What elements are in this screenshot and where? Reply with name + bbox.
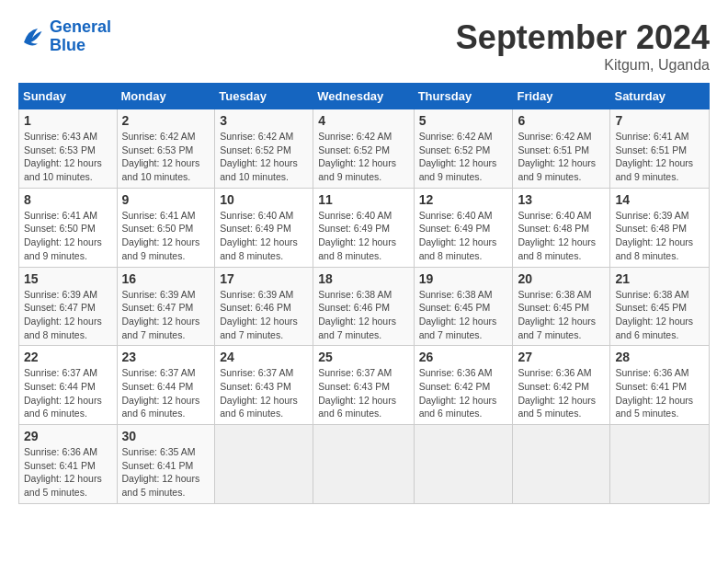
day-number: 9 bbox=[122, 192, 210, 207]
calendar-cell: 30 Sunrise: 6:35 AM Sunset: 6:41 PM Dayl… bbox=[117, 425, 215, 504]
day-number: 12 bbox=[419, 192, 508, 207]
day-info: Sunrise: 6:37 AM Sunset: 6:44 PM Dayligh… bbox=[24, 366, 112, 420]
calendar-cell: 19 Sunrise: 6:38 AM Sunset: 6:45 PM Dayl… bbox=[414, 267, 513, 346]
day-info: Sunrise: 6:38 AM Sunset: 6:45 PM Dayligh… bbox=[419, 288, 508, 342]
day-number: 8 bbox=[24, 192, 112, 207]
title-area: September 2024 Kitgum, Uganda bbox=[456, 18, 710, 74]
month-title: September 2024 bbox=[456, 18, 710, 57]
day-number: 1 bbox=[24, 113, 112, 128]
day-number: 22 bbox=[24, 350, 112, 364]
calendar-cell: 26 Sunrise: 6:36 AM Sunset: 6:42 PM Dayl… bbox=[414, 346, 513, 425]
day-info: Sunrise: 6:40 AM Sunset: 6:49 PM Dayligh… bbox=[318, 209, 408, 263]
location: Kitgum, Uganda bbox=[456, 57, 710, 74]
day-info: Sunrise: 6:37 AM Sunset: 6:43 PM Dayligh… bbox=[220, 366, 308, 420]
day-number: 15 bbox=[24, 271, 112, 286]
calendar-cell: 17 Sunrise: 6:39 AM Sunset: 6:46 PM Dayl… bbox=[215, 267, 313, 346]
calendar-day-header: Friday bbox=[513, 84, 610, 109]
calendar-cell: 2 Sunrise: 6:42 AM Sunset: 6:53 PM Dayli… bbox=[117, 109, 215, 189]
calendar-cell bbox=[610, 425, 710, 504]
day-info: Sunrise: 6:39 AM Sunset: 6:47 PM Dayligh… bbox=[122, 288, 210, 342]
calendar-cell: 7 Sunrise: 6:41 AM Sunset: 6:51 PM Dayli… bbox=[610, 109, 710, 189]
calendar-day-header: Saturday bbox=[610, 84, 710, 109]
day-number: 11 bbox=[318, 192, 408, 207]
calendar-cell bbox=[215, 425, 313, 504]
calendar-cell: 5 Sunrise: 6:42 AM Sunset: 6:52 PM Dayli… bbox=[414, 109, 513, 189]
day-number: 20 bbox=[518, 271, 605, 286]
calendar-cell: 20 Sunrise: 6:38 AM Sunset: 6:45 PM Dayl… bbox=[513, 267, 610, 346]
calendar-cell: 24 Sunrise: 6:37 AM Sunset: 6:43 PM Dayl… bbox=[215, 346, 313, 425]
calendar-cell bbox=[313, 425, 414, 504]
day-info: Sunrise: 6:39 AM Sunset: 6:48 PM Dayligh… bbox=[615, 209, 704, 263]
calendar-day-header: Thursday bbox=[414, 84, 513, 109]
day-number: 17 bbox=[220, 271, 308, 286]
calendar-cell: 15 Sunrise: 6:39 AM Sunset: 6:47 PM Dayl… bbox=[19, 267, 118, 346]
day-number: 13 bbox=[518, 192, 605, 207]
calendar-week-row: 15 Sunrise: 6:39 AM Sunset: 6:47 PM Dayl… bbox=[19, 267, 710, 346]
calendar-cell: 16 Sunrise: 6:39 AM Sunset: 6:47 PM Dayl… bbox=[117, 267, 215, 346]
day-number: 6 bbox=[518, 113, 605, 128]
calendar-header-row: SundayMondayTuesdayWednesdayThursdayFrid… bbox=[19, 84, 710, 109]
calendar-cell: 13 Sunrise: 6:40 AM Sunset: 6:48 PM Dayl… bbox=[513, 188, 610, 267]
day-info: Sunrise: 6:37 AM Sunset: 6:44 PM Dayligh… bbox=[122, 366, 210, 420]
calendar-day-header: Tuesday bbox=[215, 84, 313, 109]
calendar-table: SundayMondayTuesdayWednesdayThursdayFrid… bbox=[18, 83, 710, 504]
day-info: Sunrise: 6:41 AM Sunset: 6:51 PM Dayligh… bbox=[615, 130, 704, 184]
logo-text: General Blue bbox=[50, 18, 111, 55]
day-number: 29 bbox=[24, 429, 112, 443]
day-number: 2 bbox=[122, 113, 210, 128]
calendar-cell: 10 Sunrise: 6:40 AM Sunset: 6:49 PM Dayl… bbox=[215, 188, 313, 267]
calendar-cell: 29 Sunrise: 6:36 AM Sunset: 6:41 PM Dayl… bbox=[19, 425, 118, 504]
calendar-cell bbox=[513, 425, 610, 504]
calendar-cell: 11 Sunrise: 6:40 AM Sunset: 6:49 PM Dayl… bbox=[313, 188, 414, 267]
day-number: 30 bbox=[122, 429, 210, 443]
day-info: Sunrise: 6:42 AM Sunset: 6:52 PM Dayligh… bbox=[318, 130, 408, 184]
calendar-week-row: 22 Sunrise: 6:37 AM Sunset: 6:44 PM Dayl… bbox=[19, 346, 710, 425]
calendar-day-header: Sunday bbox=[19, 84, 118, 109]
day-number: 14 bbox=[615, 192, 704, 207]
page-header: General Blue September 2024 Kitgum, Ugan… bbox=[18, 18, 710, 74]
calendar-cell: 12 Sunrise: 6:40 AM Sunset: 6:49 PM Dayl… bbox=[414, 188, 513, 267]
calendar-cell: 8 Sunrise: 6:41 AM Sunset: 6:50 PM Dayli… bbox=[19, 188, 118, 267]
day-info: Sunrise: 6:37 AM Sunset: 6:43 PM Dayligh… bbox=[318, 366, 408, 420]
calendar-cell: 14 Sunrise: 6:39 AM Sunset: 6:48 PM Dayl… bbox=[610, 188, 710, 267]
day-number: 25 bbox=[318, 350, 408, 364]
day-info: Sunrise: 6:36 AM Sunset: 6:42 PM Dayligh… bbox=[419, 366, 508, 420]
calendar-cell: 28 Sunrise: 6:36 AM Sunset: 6:41 PM Dayl… bbox=[610, 346, 710, 425]
calendar-cell: 6 Sunrise: 6:42 AM Sunset: 6:51 PM Dayli… bbox=[513, 109, 610, 189]
day-number: 7 bbox=[615, 113, 704, 128]
day-info: Sunrise: 6:38 AM Sunset: 6:45 PM Dayligh… bbox=[615, 288, 704, 342]
day-info: Sunrise: 6:39 AM Sunset: 6:47 PM Dayligh… bbox=[24, 288, 112, 342]
day-info: Sunrise: 6:40 AM Sunset: 6:48 PM Dayligh… bbox=[518, 209, 605, 263]
day-info: Sunrise: 6:42 AM Sunset: 6:51 PM Dayligh… bbox=[518, 130, 605, 184]
day-number: 21 bbox=[615, 271, 704, 286]
calendar-cell: 21 Sunrise: 6:38 AM Sunset: 6:45 PM Dayl… bbox=[610, 267, 710, 346]
day-info: Sunrise: 6:42 AM Sunset: 6:52 PM Dayligh… bbox=[220, 130, 308, 184]
day-number: 19 bbox=[419, 271, 508, 286]
day-number: 24 bbox=[220, 350, 308, 364]
day-info: Sunrise: 6:40 AM Sunset: 6:49 PM Dayligh… bbox=[220, 209, 308, 263]
day-number: 3 bbox=[220, 113, 308, 128]
day-info: Sunrise: 6:40 AM Sunset: 6:49 PM Dayligh… bbox=[419, 209, 508, 263]
day-number: 26 bbox=[419, 350, 508, 364]
calendar-cell: 9 Sunrise: 6:41 AM Sunset: 6:50 PM Dayli… bbox=[117, 188, 215, 267]
day-info: Sunrise: 6:36 AM Sunset: 6:42 PM Dayligh… bbox=[518, 366, 605, 420]
calendar-week-row: 29 Sunrise: 6:36 AM Sunset: 6:41 PM Dayl… bbox=[19, 425, 710, 504]
day-number: 16 bbox=[122, 271, 210, 286]
day-info: Sunrise: 6:42 AM Sunset: 6:52 PM Dayligh… bbox=[419, 130, 508, 184]
day-info: Sunrise: 6:36 AM Sunset: 6:41 PM Dayligh… bbox=[24, 445, 112, 500]
logo: General Blue bbox=[18, 18, 111, 55]
calendar-week-row: 1 Sunrise: 6:43 AM Sunset: 6:53 PM Dayli… bbox=[19, 109, 710, 189]
calendar-cell: 4 Sunrise: 6:42 AM Sunset: 6:52 PM Dayli… bbox=[313, 109, 414, 189]
calendar-cell: 27 Sunrise: 6:36 AM Sunset: 6:42 PM Dayl… bbox=[513, 346, 610, 425]
day-info: Sunrise: 6:42 AM Sunset: 6:53 PM Dayligh… bbox=[122, 130, 210, 184]
day-info: Sunrise: 6:41 AM Sunset: 6:50 PM Dayligh… bbox=[122, 209, 210, 263]
day-number: 5 bbox=[419, 113, 508, 128]
calendar-day-header: Wednesday bbox=[313, 84, 414, 109]
day-info: Sunrise: 6:43 AM Sunset: 6:53 PM Dayligh… bbox=[24, 130, 112, 184]
day-info: Sunrise: 6:39 AM Sunset: 6:46 PM Dayligh… bbox=[220, 288, 308, 342]
day-info: Sunrise: 6:36 AM Sunset: 6:41 PM Dayligh… bbox=[615, 366, 704, 420]
logo-bird-icon bbox=[18, 23, 46, 51]
calendar-day-header: Monday bbox=[117, 84, 215, 109]
day-number: 23 bbox=[122, 350, 210, 364]
calendar-cell: 1 Sunrise: 6:43 AM Sunset: 6:53 PM Dayli… bbox=[19, 109, 118, 189]
